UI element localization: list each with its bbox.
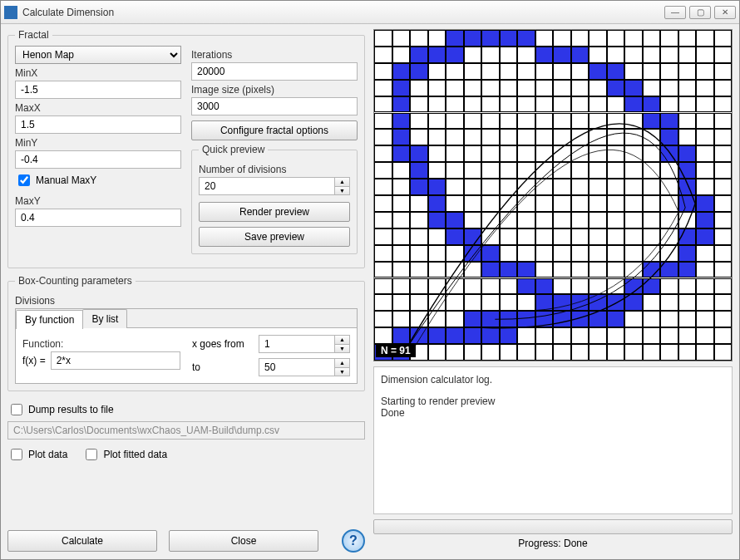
x-from-input[interactable] <box>259 335 335 353</box>
grid-cell <box>392 311 411 327</box>
grid-cell <box>660 145 678 162</box>
grid-cell <box>660 80 678 96</box>
grid-cell <box>535 294 554 311</box>
grid-cell <box>589 245 607 262</box>
grid-cell <box>678 344 697 361</box>
grid-cell <box>714 145 733 162</box>
grid-cell <box>500 327 518 344</box>
minx-input[interactable] <box>15 81 181 99</box>
minimize-button[interactable]: — <box>664 6 686 19</box>
grid-cell <box>678 327 697 344</box>
dump-results-box[interactable] <box>11 404 22 415</box>
grid-cell <box>481 30 500 47</box>
grid-cell <box>607 162 625 179</box>
grid-cell <box>589 311 607 327</box>
save-preview-button[interactable]: Save preview <box>199 227 350 247</box>
manual-maxy-box[interactable] <box>18 174 30 186</box>
grid-cell <box>374 294 392 311</box>
maxx-input[interactable] <box>15 115 181 134</box>
imgsize-label: Image size (pixels) <box>191 84 358 96</box>
grid-cell <box>678 195 697 212</box>
fractal-type-select[interactable]: Henon Map <box>15 46 181 64</box>
grid-cell <box>660 228 678 245</box>
calculate-button[interactable]: Calculate <box>7 530 157 552</box>
plot-data-checkbox[interactable]: Plot data <box>7 446 67 463</box>
num-div-input[interactable] <box>199 177 335 195</box>
tab-by-list[interactable]: By list <box>82 309 127 328</box>
x-to-up[interactable]: ▲ <box>335 359 349 368</box>
grid-cell <box>374 113 392 130</box>
grid-cell <box>696 96 714 113</box>
grid-cell <box>517 311 535 327</box>
dump-results-checkbox[interactable]: Dump results to file <box>7 401 365 418</box>
iterations-input[interactable] <box>191 62 358 81</box>
grid-cell <box>392 179 411 195</box>
close-button[interactable]: Close <box>169 530 318 552</box>
grid-cell <box>446 80 464 96</box>
grid-cell <box>571 311 590 327</box>
tab-by-function[interactable]: By function <box>16 310 83 329</box>
grid-cell <box>678 311 697 327</box>
maxy-input[interactable] <box>15 209 181 227</box>
grid-cell <box>481 344 500 361</box>
grid-cell <box>517 129 535 145</box>
grid-cell <box>428 311 446 327</box>
grid-cell <box>571 212 590 228</box>
x-from-down[interactable]: ▼ <box>335 345 349 353</box>
grid-cell <box>624 262 643 278</box>
grid-cell <box>481 294 500 311</box>
grid-cell <box>410 162 428 179</box>
grid-cell <box>714 47 733 63</box>
grid-cell <box>660 47 678 63</box>
grid-cell <box>535 262 554 278</box>
grid-cell <box>374 195 392 212</box>
grid-cell <box>589 96 607 113</box>
grid-cell <box>643 145 661 162</box>
render-preview-button[interactable]: Render preview <box>199 202 350 222</box>
grid-cell <box>464 47 482 63</box>
grid-cell <box>517 278 535 295</box>
grid-cell <box>643 63 661 80</box>
grid-cell <box>446 30 464 47</box>
grid-cell <box>535 245 554 262</box>
grid-cell <box>607 179 625 195</box>
miny-input[interactable] <box>15 150 181 169</box>
x-from-up[interactable]: ▲ <box>335 336 349 345</box>
grid-cell <box>410 311 428 327</box>
maximize-button[interactable]: ▢ <box>689 6 711 19</box>
num-div-up[interactable]: ▲ <box>335 178 349 187</box>
grid-cell <box>624 96 643 113</box>
grid-cell <box>624 113 643 130</box>
fx-input[interactable] <box>51 351 180 370</box>
plot-fitted-checkbox[interactable]: Plot fitted data <box>82 446 167 463</box>
manual-maxy-checkbox[interactable]: Manual MaxY <box>15 172 181 189</box>
grid-cell <box>446 212 464 228</box>
grid-cell <box>714 63 733 80</box>
close-window-button[interactable]: ✕ <box>714 6 736 19</box>
minx-label: MinX <box>15 67 181 79</box>
grid-cell <box>500 30 518 47</box>
grid-cell <box>535 195 554 212</box>
x-to-input[interactable] <box>259 358 335 376</box>
grid-cell <box>553 113 571 130</box>
configure-fractal-button[interactable]: Configure fractal options <box>191 120 358 140</box>
grid-cell <box>392 63 411 80</box>
x-to-down[interactable]: ▼ <box>335 368 349 376</box>
help-icon[interactable]: ? <box>342 529 365 553</box>
grid-cell <box>535 145 554 162</box>
grid-cell <box>517 179 535 195</box>
grid-cell <box>517 113 535 130</box>
grid-cell <box>517 96 535 113</box>
grid-cell <box>696 212 714 228</box>
imgsize-input[interactable] <box>191 97 358 115</box>
grid-cell <box>678 162 697 179</box>
grid-cell <box>428 129 446 145</box>
grid-cell <box>464 228 482 245</box>
grid-cell <box>481 278 500 295</box>
grid-cell <box>660 179 678 195</box>
grid-cell <box>392 294 411 311</box>
grid-cell <box>517 245 535 262</box>
num-div-down[interactable]: ▼ <box>335 187 349 195</box>
grid-cell <box>553 145 571 162</box>
grid-cell <box>481 228 500 245</box>
